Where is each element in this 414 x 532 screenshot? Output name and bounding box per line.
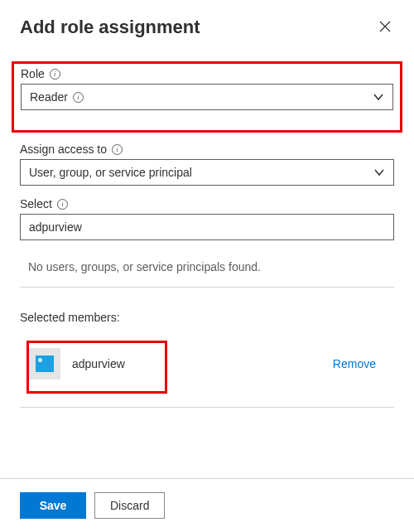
- info-icon[interactable]: i: [112, 144, 123, 155]
- discard-button[interactable]: Discard: [94, 492, 165, 519]
- chevron-down-icon: [373, 167, 385, 178]
- select-input[interactable]: [20, 214, 394, 240]
- role-field: Role i Reader i: [21, 67, 393, 110]
- assign-access-dropdown[interactable]: User, group, or service principal: [20, 159, 394, 186]
- selected-member-row: adpurview Remove: [20, 329, 394, 408]
- role-value: Reader: [30, 90, 68, 104]
- selected-members-label: Selected members:: [20, 311, 394, 324]
- panel-title: Add role assignment: [20, 17, 200, 38]
- member-highlight: adpurview: [26, 341, 167, 394]
- chevron-down-icon: [373, 91, 384, 103]
- no-results-text: No users, groups, or service principals …: [20, 255, 394, 288]
- close-button[interactable]: [376, 17, 394, 38]
- select-label: Select: [20, 197, 52, 210]
- role-highlight: Role i Reader i: [12, 61, 402, 133]
- select-field: Select i: [20, 197, 394, 240]
- assign-access-label: Assign access to: [20, 143, 107, 156]
- app-icon: [36, 355, 54, 372]
- member-avatar: [29, 348, 60, 380]
- remove-member-link[interactable]: Remove: [333, 357, 376, 370]
- info-icon[interactable]: i: [57, 199, 68, 210]
- save-button[interactable]: Save: [20, 492, 86, 519]
- assign-access-value: User, group, or service principal: [29, 166, 192, 179]
- role-label: Role: [21, 67, 45, 80]
- panel-header: Add role assignment: [20, 17, 394, 38]
- role-dropdown[interactable]: Reader i: [21, 84, 393, 110]
- assign-access-field: Assign access to i User, group, or servi…: [20, 143, 394, 186]
- search-results: No users, groups, or service principals …: [20, 255, 394, 288]
- member-name: adpurview: [72, 357, 125, 370]
- footer: Save Discard: [0, 478, 414, 532]
- role-label-row: Role i: [21, 67, 393, 80]
- info-icon[interactable]: i: [73, 92, 84, 103]
- info-icon[interactable]: i: [50, 69, 60, 80]
